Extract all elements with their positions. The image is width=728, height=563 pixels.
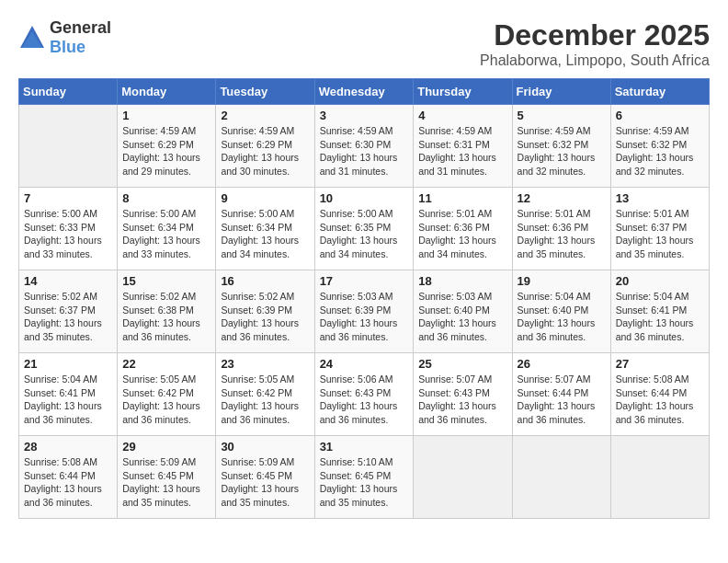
day-info: Sunrise: 5:10 AM Sunset: 6:45 PM Dayligh… bbox=[320, 455, 409, 510]
day-info: Sunrise: 5:01 AM Sunset: 6:37 PM Dayligh… bbox=[616, 207, 704, 261]
day-info: Sunrise: 5:00 AM Sunset: 6:34 PM Dayligh… bbox=[221, 207, 309, 261]
calendar-cell: 25Sunrise: 5:07 AM Sunset: 6:43 PM Dayli… bbox=[414, 353, 512, 436]
logo-general-text: General bbox=[50, 18, 111, 37]
calendar-cell: 11Sunrise: 5:01 AM Sunset: 6:36 PM Dayli… bbox=[414, 188, 512, 270]
calendar-cell: 24Sunrise: 5:06 AM Sunset: 6:43 PM Dayli… bbox=[314, 353, 414, 436]
day-number: 24 bbox=[320, 357, 409, 371]
calendar-week-2: 7Sunrise: 5:00 AM Sunset: 6:33 PM Daylig… bbox=[19, 188, 710, 270]
calendar-cell: 8Sunrise: 5:00 AM Sunset: 6:34 PM Daylig… bbox=[118, 188, 216, 270]
day-number: 17 bbox=[320, 274, 409, 288]
logo: General Blue bbox=[18, 18, 111, 57]
calendar-cell: 7Sunrise: 5:00 AM Sunset: 6:33 PM Daylig… bbox=[19, 188, 118, 270]
day-info: Sunrise: 5:06 AM Sunset: 6:43 PM Dayligh… bbox=[320, 373, 409, 427]
day-info: Sunrise: 4:59 AM Sunset: 6:32 PM Dayligh… bbox=[518, 124, 606, 178]
day-info: Sunrise: 4:59 AM Sunset: 6:31 PM Dayligh… bbox=[418, 124, 506, 178]
day-number: 7 bbox=[24, 191, 112, 205]
logo-icon bbox=[18, 24, 46, 52]
calendar-cell: 28Sunrise: 5:08 AM Sunset: 6:44 PM Dayli… bbox=[19, 436, 118, 519]
calendar-header-tuesday: Tuesday bbox=[216, 79, 314, 105]
day-info: Sunrise: 5:00 AM Sunset: 6:33 PM Dayligh… bbox=[24, 207, 112, 261]
day-number: 1 bbox=[122, 109, 210, 122]
day-info: Sunrise: 5:02 AM Sunset: 6:39 PM Dayligh… bbox=[221, 290, 309, 344]
calendar-header-sunday: Sunday bbox=[19, 79, 118, 105]
day-number: 9 bbox=[221, 191, 309, 205]
calendar-cell: 18Sunrise: 5:03 AM Sunset: 6:40 PM Dayli… bbox=[414, 270, 512, 353]
calendar-cell: 12Sunrise: 5:01 AM Sunset: 6:36 PM Dayli… bbox=[512, 188, 610, 270]
day-number: 25 bbox=[418, 357, 506, 371]
calendar-cell: 6Sunrise: 4:59 AM Sunset: 6:32 PM Daylig… bbox=[610, 105, 709, 188]
calendar-cell: 27Sunrise: 5:08 AM Sunset: 6:44 PM Dayli… bbox=[610, 353, 709, 436]
day-info: Sunrise: 5:09 AM Sunset: 6:45 PM Dayligh… bbox=[221, 455, 309, 510]
calendar-cell: 31Sunrise: 5:10 AM Sunset: 6:45 PM Dayli… bbox=[314, 436, 414, 519]
day-number: 21 bbox=[24, 357, 112, 371]
day-number: 4 bbox=[418, 109, 506, 122]
day-number: 22 bbox=[122, 357, 210, 371]
day-number: 14 bbox=[24, 274, 112, 288]
day-number: 3 bbox=[320, 109, 409, 122]
calendar-week-1: 1Sunrise: 4:59 AM Sunset: 6:29 PM Daylig… bbox=[19, 105, 710, 188]
day-number: 23 bbox=[221, 357, 309, 371]
calendar-week-5: 28Sunrise: 5:08 AM Sunset: 6:44 PM Dayli… bbox=[19, 436, 710, 519]
title-area: December 2025 Phalaborwa, Limpopo, South… bbox=[480, 18, 710, 69]
day-info: Sunrise: 5:03 AM Sunset: 6:40 PM Dayligh… bbox=[418, 290, 506, 344]
day-number: 10 bbox=[320, 191, 409, 205]
calendar-cell: 4Sunrise: 4:59 AM Sunset: 6:31 PM Daylig… bbox=[414, 105, 512, 188]
day-number: 6 bbox=[616, 109, 704, 122]
day-info: Sunrise: 5:07 AM Sunset: 6:43 PM Dayligh… bbox=[418, 373, 506, 427]
day-info: Sunrise: 5:02 AM Sunset: 6:37 PM Dayligh… bbox=[24, 290, 112, 344]
calendar-header-thursday: Thursday bbox=[414, 79, 512, 105]
day-info: Sunrise: 4:59 AM Sunset: 6:30 PM Dayligh… bbox=[320, 124, 409, 178]
day-info: Sunrise: 5:05 AM Sunset: 6:42 PM Dayligh… bbox=[122, 373, 210, 427]
day-info: Sunrise: 5:02 AM Sunset: 6:38 PM Dayligh… bbox=[122, 290, 210, 344]
day-info: Sunrise: 5:07 AM Sunset: 6:44 PM Dayligh… bbox=[518, 373, 606, 427]
day-info: Sunrise: 4:59 AM Sunset: 6:32 PM Dayligh… bbox=[616, 124, 704, 178]
month-title: December 2025 bbox=[480, 18, 710, 52]
day-number: 19 bbox=[518, 274, 606, 288]
calendar-cell: 20Sunrise: 5:04 AM Sunset: 6:41 PM Dayli… bbox=[610, 270, 709, 353]
day-info: Sunrise: 4:59 AM Sunset: 6:29 PM Dayligh… bbox=[122, 124, 210, 178]
calendar-cell: 19Sunrise: 5:04 AM Sunset: 6:40 PM Dayli… bbox=[512, 270, 610, 353]
day-number: 13 bbox=[616, 191, 704, 205]
calendar-cell bbox=[512, 436, 610, 519]
day-number: 27 bbox=[616, 357, 704, 371]
calendar-header-row: SundayMondayTuesdayWednesdayThursdayFrid… bbox=[19, 79, 710, 105]
day-info: Sunrise: 5:04 AM Sunset: 6:40 PM Dayligh… bbox=[518, 290, 606, 344]
day-info: Sunrise: 5:03 AM Sunset: 6:39 PM Dayligh… bbox=[320, 290, 409, 344]
day-info: Sunrise: 5:09 AM Sunset: 6:45 PM Dayligh… bbox=[122, 455, 210, 510]
location-title: Phalaborwa, Limpopo, South Africa bbox=[480, 52, 710, 69]
calendar-cell: 21Sunrise: 5:04 AM Sunset: 6:41 PM Dayli… bbox=[19, 353, 118, 436]
day-info: Sunrise: 5:04 AM Sunset: 6:41 PM Dayligh… bbox=[24, 373, 112, 427]
calendar-cell: 26Sunrise: 5:07 AM Sunset: 6:44 PM Dayli… bbox=[512, 353, 610, 436]
day-info: Sunrise: 5:08 AM Sunset: 6:44 PM Dayligh… bbox=[24, 455, 112, 510]
calendar-week-3: 14Sunrise: 5:02 AM Sunset: 6:37 PM Dayli… bbox=[19, 270, 710, 353]
day-number: 11 bbox=[418, 191, 506, 205]
day-info: Sunrise: 5:00 AM Sunset: 6:34 PM Dayligh… bbox=[122, 207, 210, 261]
calendar-header-saturday: Saturday bbox=[610, 79, 709, 105]
day-info: Sunrise: 5:08 AM Sunset: 6:44 PM Dayligh… bbox=[616, 373, 704, 427]
day-number: 18 bbox=[418, 274, 506, 288]
calendar-header-friday: Friday bbox=[512, 79, 610, 105]
day-info: Sunrise: 5:01 AM Sunset: 6:36 PM Dayligh… bbox=[418, 207, 506, 261]
calendar-cell: 29Sunrise: 5:09 AM Sunset: 6:45 PM Dayli… bbox=[118, 436, 216, 519]
day-number: 29 bbox=[122, 440, 210, 454]
calendar-cell bbox=[610, 436, 709, 519]
calendar-cell bbox=[414, 436, 512, 519]
day-info: Sunrise: 5:01 AM Sunset: 6:36 PM Dayligh… bbox=[518, 207, 606, 261]
calendar-table: SundayMondayTuesdayWednesdayThursdayFrid… bbox=[18, 78, 710, 519]
calendar-week-4: 21Sunrise: 5:04 AM Sunset: 6:41 PM Dayli… bbox=[19, 353, 710, 436]
calendar-cell: 3Sunrise: 4:59 AM Sunset: 6:30 PM Daylig… bbox=[314, 105, 414, 188]
day-number: 16 bbox=[221, 274, 309, 288]
calendar-cell: 22Sunrise: 5:05 AM Sunset: 6:42 PM Dayli… bbox=[118, 353, 216, 436]
calendar-cell bbox=[19, 105, 118, 188]
calendar-cell: 23Sunrise: 5:05 AM Sunset: 6:42 PM Dayli… bbox=[216, 353, 314, 436]
day-number: 15 bbox=[122, 274, 210, 288]
calendar-cell: 30Sunrise: 5:09 AM Sunset: 6:45 PM Dayli… bbox=[216, 436, 314, 519]
day-number: 28 bbox=[24, 440, 112, 454]
day-number: 26 bbox=[518, 357, 606, 371]
page-header: General Blue December 2025 Phalaborwa, L… bbox=[18, 18, 710, 69]
calendar-header-wednesday: Wednesday bbox=[314, 79, 414, 105]
day-info: Sunrise: 5:04 AM Sunset: 6:41 PM Dayligh… bbox=[616, 290, 704, 344]
calendar-header-monday: Monday bbox=[118, 79, 216, 105]
day-number: 30 bbox=[221, 440, 309, 454]
day-number: 20 bbox=[616, 274, 704, 288]
